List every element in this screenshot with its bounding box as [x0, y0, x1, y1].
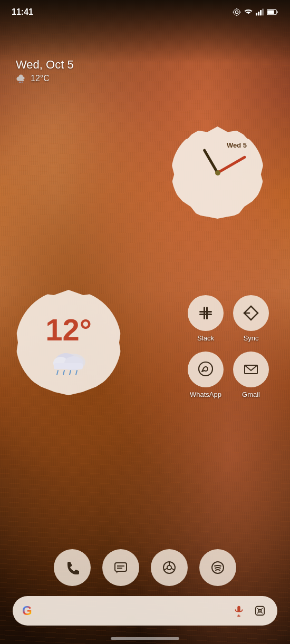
- svg-rect-9: [262, 9, 264, 16]
- svg-rect-16: [54, 363, 83, 369]
- weather-temp-small: 12°C: [31, 74, 50, 83]
- search-bar[interactable]: G: [13, 596, 277, 626]
- microphone-icon[interactable]: [231, 603, 247, 619]
- app-label-gmail: Gmail: [242, 391, 260, 398]
- status-icons: [233, 8, 278, 16]
- status-bar: 11:41: [0, 0, 290, 20]
- svg-point-1: [234, 9, 240, 15]
- app-grid: Slack Sync WhatsApp: [188, 295, 269, 398]
- clock-face: Wed 5: [171, 126, 264, 219]
- date-weather-widget: Wed, Oct 5 12°C: [16, 58, 74, 83]
- location-icon: [233, 8, 241, 16]
- home-indicator: [111, 637, 179, 640]
- weather-cloud-large: [47, 347, 90, 376]
- app-item-sync[interactable]: Sync: [233, 295, 269, 342]
- app-label-whatsapp: WhatsApp: [190, 391, 221, 398]
- svg-rect-21: [199, 311, 212, 313]
- wifi-icon: [244, 8, 253, 16]
- svg-rect-24: [206, 307, 208, 319]
- svg-point-43: [258, 609, 262, 612]
- lens-icon[interactable]: [252, 603, 268, 619]
- dock-icon-messages[interactable]: [102, 549, 139, 586]
- app-icon-whatsapp: [188, 352, 224, 387]
- app-icon-gmail: [233, 352, 269, 387]
- svg-point-27: [199, 362, 212, 376]
- clock-date-label: Wed 5: [227, 141, 247, 149]
- app-icon-slack: [188, 295, 224, 331]
- clock-center-dot: [215, 170, 220, 175]
- weather-blob: 12°: [16, 290, 121, 395]
- svg-rect-39: [237, 606, 240, 612]
- battery-icon: [267, 9, 278, 15]
- dock: [54, 549, 236, 586]
- app-item-gmail[interactable]: Gmail: [233, 352, 269, 398]
- svg-line-18: [63, 370, 64, 375]
- svg-point-34: [168, 566, 171, 569]
- weather-widget-large[interactable]: 12°: [16, 290, 121, 395]
- svg-rect-7: [258, 12, 259, 15]
- app-icon-sync: [233, 295, 269, 331]
- svg-rect-6: [256, 13, 257, 16]
- svg-rect-42: [256, 607, 265, 616]
- svg-line-19: [70, 370, 71, 375]
- dock-icon-chrome[interactable]: [151, 549, 188, 586]
- svg-line-17: [57, 370, 58, 375]
- svg-line-36: [171, 569, 174, 570]
- dock-icon-phone[interactable]: [54, 549, 91, 586]
- app-label-slack: Slack: [197, 334, 214, 342]
- svg-rect-29: [115, 563, 127, 571]
- svg-line-20: [76, 370, 77, 375]
- google-logo: G: [22, 603, 32, 618]
- svg-line-37: [165, 569, 167, 570]
- date-label: Wed, Oct 5: [16, 58, 74, 72]
- clock-minute-hand: [217, 155, 246, 173]
- svg-rect-11: [267, 10, 274, 14]
- svg-point-0: [235, 11, 238, 13]
- cloud-icon-small: [16, 74, 27, 83]
- app-item-slack[interactable]: Slack: [188, 295, 224, 342]
- svg-rect-8: [260, 10, 262, 15]
- weather-line: 12°C: [16, 74, 74, 83]
- clock-blob: Wed 5: [171, 126, 264, 219]
- screen: 11:41: [0, 0, 290, 644]
- clock-hour-hand: [202, 148, 218, 173]
- signal-icon: [256, 8, 264, 16]
- status-time: 11:41: [12, 7, 33, 17]
- dock-icon-spotify[interactable]: [199, 549, 236, 586]
- clock-widget[interactable]: Wed 5: [171, 126, 264, 219]
- svg-rect-22: [199, 314, 212, 315]
- app-label-sync: Sync: [244, 334, 259, 342]
- svg-rect-23: [204, 307, 205, 319]
- app-item-whatsapp[interactable]: WhatsApp: [188, 352, 224, 398]
- weather-big-temp: 12°: [45, 315, 92, 345]
